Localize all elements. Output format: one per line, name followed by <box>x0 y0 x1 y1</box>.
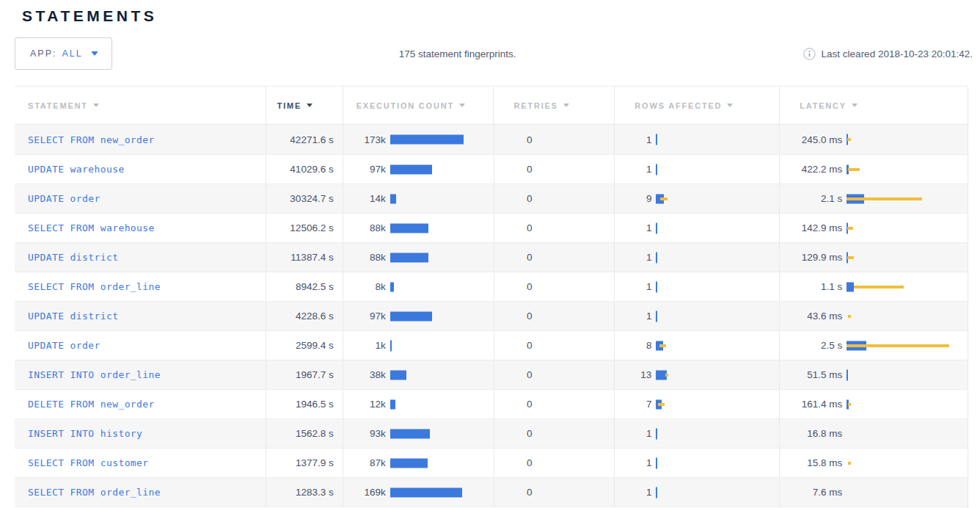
table-row: INSERT INTO history 1562.8 s 93k 0 1 16.… <box>15 418 968 448</box>
rows-affected-bar <box>656 280 779 294</box>
toolbar: APP: ALL 175 statement fingerprints. Las… <box>0 37 980 70</box>
latency-value: 129.9 ms <box>780 252 842 263</box>
sort-arrow-icon <box>727 104 733 107</box>
retries-value: 0 <box>494 252 533 263</box>
latency-value: 7.6 ms <box>780 487 842 498</box>
statement-link[interactable]: INSERT INTO order_line <box>28 369 161 380</box>
execution-count-value: 97k <box>343 311 386 322</box>
execution-count-bar <box>390 398 494 411</box>
latency-value: 422.2 ms <box>780 164 842 175</box>
execution-count-value: 14k <box>343 193 386 204</box>
statement-link[interactable]: SELECT FROM order_line <box>28 281 161 292</box>
execution-count-bar <box>390 251 494 264</box>
column-header-time[interactable]: TIME <box>266 87 343 124</box>
table-row: SELECT FROM new_order 42271.6 s 173k 0 1… <box>15 125 968 154</box>
time-value: 2599.4 s <box>296 340 334 351</box>
rows-affected-bar <box>656 251 779 264</box>
retries-value: 0 <box>494 428 533 439</box>
execution-count-value: 173k <box>343 134 386 145</box>
column-header-label: STATEMENT <box>28 101 88 110</box>
rows-affected-value: 1 <box>615 428 651 439</box>
column-header-label: RETRIES <box>513 101 557 110</box>
statement-link[interactable]: UPDATE warehouse <box>28 164 125 175</box>
column-header-label: EXECUTION COUNT <box>356 101 454 110</box>
table-row: SELECT FROM customer 1377.9 s 87k 0 1 15… <box>15 448 968 477</box>
rows-affected-value: 9 <box>615 193 651 204</box>
rows-affected-bar <box>656 222 779 235</box>
retries-value: 0 <box>494 340 533 351</box>
time-value: 1946.5 s <box>296 399 334 410</box>
rows-affected-value: 1 <box>615 222 651 233</box>
app-filter-dropdown[interactable]: APP: ALL <box>15 37 112 70</box>
statement-link[interactable]: SELECT FROM warehouse <box>28 222 155 233</box>
column-header-count[interactable]: EXECUTION COUNT <box>343 87 494 124</box>
execution-count-value: 1k <box>343 340 386 351</box>
statement-link[interactable]: INSERT INTO history <box>28 428 142 439</box>
execution-count-value: 169k <box>343 487 386 498</box>
rows-affected-bar <box>656 369 779 382</box>
sort-arrow-icon <box>852 104 858 107</box>
time-value: 1283.3 s <box>296 487 334 498</box>
rows-affected-value: 13 <box>615 369 651 380</box>
execution-count-bar <box>390 133 494 146</box>
rows-affected-value: 1 <box>615 281 651 292</box>
latency-bar <box>846 280 968 294</box>
latency-bar <box>846 222 968 235</box>
execution-count-bar <box>390 339 494 352</box>
table-header-row: STATEMENT TIME EXECUTION COUNT RETRIES R… <box>15 87 968 125</box>
time-value: 42271.6 s <box>290 134 333 145</box>
column-header-retries[interactable]: RETRIES <box>493 87 614 124</box>
rows-affected-bar <box>656 133 779 146</box>
statement-link[interactable]: UPDATE district <box>28 252 118 263</box>
time-value: 41029.6 s <box>290 164 333 175</box>
retries-value: 0 <box>494 399 533 410</box>
latency-bar <box>846 192 968 206</box>
latency-bar <box>846 369 968 382</box>
table-body: SELECT FROM new_order 42271.6 s 173k 0 1… <box>15 125 968 507</box>
rows-affected-value: 1 <box>615 487 651 498</box>
statement-link[interactable]: UPDATE order <box>28 193 100 204</box>
statement-link[interactable]: UPDATE order <box>28 340 100 351</box>
latency-bar <box>846 251 968 264</box>
retries-value: 0 <box>494 281 533 292</box>
statement-link[interactable]: SELECT FROM new_order <box>28 134 155 145</box>
statement-link[interactable]: UPDATE district <box>28 311 118 322</box>
last-cleared-text: Last cleared 2018-10-23 20:01:42. <box>822 48 973 59</box>
table-row: SELECT FROM warehouse 12506.2 s 88k 0 1 … <box>15 213 968 242</box>
latency-value: 51.5 ms <box>780 369 842 380</box>
statement-link[interactable]: DELETE FROM new_order <box>28 399 155 410</box>
retries-value: 0 <box>494 222 533 233</box>
statements-table: STATEMENT TIME EXECUTION COUNT RETRIES R… <box>15 86 968 508</box>
sort-arrow-icon <box>563 104 569 107</box>
table-row: SELECT FROM order_line 8942.5 s 8k 0 1 1… <box>15 272 968 301</box>
execution-count-bar <box>390 280 494 294</box>
latency-bar <box>846 427 968 440</box>
execution-count-bar <box>390 486 494 499</box>
column-header-statement[interactable]: STATEMENT <box>15 87 266 124</box>
rows-affected-value: 8 <box>615 340 651 351</box>
sort-arrow-icon <box>93 104 99 107</box>
retries-value: 0 <box>494 164 533 175</box>
statement-link[interactable]: SELECT FROM customer <box>28 457 149 468</box>
retries-value: 0 <box>494 193 533 204</box>
page-title: STATEMENTS <box>22 7 980 25</box>
statement-link[interactable]: SELECT FROM order_line <box>28 487 161 498</box>
column-header-rows[interactable]: ROWS AFFECTED <box>614 87 779 124</box>
app-filter-value: ALL <box>62 48 83 59</box>
retries-value: 0 <box>494 487 533 498</box>
info-icon[interactable] <box>803 48 816 60</box>
column-header-label: LATENCY <box>800 101 846 110</box>
column-header-latency[interactable]: LATENCY <box>779 87 968 124</box>
rows-affected-bar <box>656 486 779 499</box>
app-filter-label: APP: <box>30 48 57 59</box>
execution-count-bar <box>390 457 494 470</box>
execution-count-value: 93k <box>343 428 386 439</box>
rows-affected-value: 1 <box>615 457 651 468</box>
rows-affected-value: 1 <box>615 164 651 175</box>
table-row: SELECT FROM order_line 1283.3 s 169k 0 1… <box>15 477 968 507</box>
execution-count-bar <box>390 192 494 206</box>
retries-value: 0 <box>494 134 533 145</box>
latency-bar <box>846 339 968 352</box>
table-row: DELETE FROM new_order 1946.5 s 12k 0 7 1… <box>15 389 968 418</box>
retries-value: 0 <box>494 457 533 468</box>
